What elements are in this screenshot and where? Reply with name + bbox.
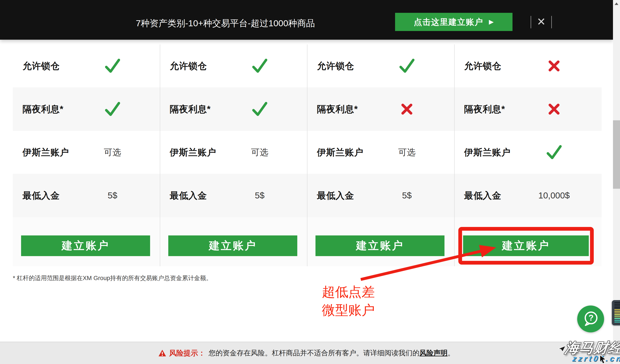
feature-cell: 最低入金 10,000$: [454, 174, 602, 217]
feature-cell: 隔夜利息*: [454, 88, 602, 131]
feature-label: 允许锁仓: [464, 60, 501, 72]
feature-label: 隔夜利息*: [23, 103, 63, 115]
feature-label: 允许锁仓: [317, 60, 354, 72]
header-cta-label: 点击这里建立账户: [414, 16, 483, 28]
open-account-button-2[interactable]: 建立账户: [168, 235, 297, 256]
annotation-line1: 超低点差: [322, 283, 375, 301]
feature-cell: 允许锁仓: [13, 45, 160, 88]
feature-label: 最低入金: [464, 190, 501, 202]
feature-cell: 最低入金 5$: [13, 174, 160, 217]
leverage-footnote: * 杠杆的适用范围是根据在XM Group持有的所有交易账户总资金累计金额。: [13, 274, 212, 282]
cross-icon: [547, 102, 561, 116]
feature-value: 可选: [251, 147, 268, 158]
check-icon: [104, 101, 121, 117]
mouse-cursor: [599, 355, 608, 364]
feature-cell: 隔夜利息*: [13, 88, 160, 131]
feature-cell: 允许锁仓: [307, 45, 454, 88]
watermark-logo-meter: [612, 300, 620, 325]
scroll-up-arrow[interactable]: [615, 2, 618, 5]
annotation-text: 超低点差 微型账户: [322, 283, 375, 319]
feature-label: 最低入金: [170, 190, 207, 202]
feature-cell: 允许锁仓: [160, 45, 307, 88]
check-icon: [545, 144, 563, 160]
meter-stripes-green: [614, 315, 620, 318]
warning-triangle-icon: [158, 349, 166, 357]
risk-warning-bar: 风险提示： 您的资金存在风险。杠杆商品并不适合所有客户。请详细阅读我们的 风险声…: [0, 342, 613, 364]
top-banner: 7种资产类别-10+种交易平台-超过1000种商品 点击这里建立账户 ▶ ✕: [0, 0, 613, 40]
cta-arrow-icon: ▶: [489, 19, 494, 25]
feature-value: [104, 101, 121, 117]
meter-stripes-yellow: [614, 309, 620, 315]
separator-line: [531, 16, 531, 28]
open-account-button-3[interactable]: 建立账户: [315, 235, 445, 256]
risk-suffix: 。: [448, 348, 455, 358]
feature-cell: 最低入金 5$: [307, 174, 454, 217]
feature-value: [251, 101, 269, 117]
feature-cell: 允许锁仓: [454, 45, 602, 88]
feature-value: 5$: [402, 191, 412, 200]
feature-value: 可选: [398, 147, 416, 158]
check-icon: [398, 58, 416, 74]
feature-value: [547, 102, 561, 116]
cross-icon: [547, 59, 561, 73]
scrollbar-thumb[interactable]: [613, 120, 620, 189]
risk-statement-link[interactable]: 风险声明: [419, 348, 448, 358]
open-account-button-1[interactable]: 建立账户: [21, 235, 150, 256]
feature-label: 允许锁仓: [23, 60, 60, 72]
risk-body-text: 您的资金存在风险。杠杆商品并不适合所有客户。请详细阅读我们的: [209, 348, 419, 358]
feature-value: 10,000$: [538, 191, 570, 200]
close-icon: ✕: [537, 16, 546, 28]
feature-label: 隔夜利息*: [170, 103, 211, 115]
feature-label: 隔夜利息*: [464, 103, 505, 115]
annotation-line2: 微型账户: [322, 301, 375, 319]
feature-value: [545, 144, 563, 160]
feature-label: 最低入金: [23, 190, 60, 202]
watermark-plane-icon: [558, 346, 566, 352]
feature-value: [251, 58, 269, 74]
check-icon: [251, 101, 269, 117]
cross-icon: [400, 102, 414, 116]
separator-line: [551, 16, 552, 28]
feature-value: [104, 58, 121, 74]
feature-value: [400, 102, 414, 116]
help-chat-button[interactable]: ?: [577, 305, 604, 332]
feature-cell: 伊斯兰账户: [454, 131, 602, 174]
feature-label: 伊斯兰账户: [464, 146, 511, 159]
open-account-button-4[interactable]: 建立账户: [463, 235, 589, 256]
feature-cell: 伊斯兰账户 可选: [160, 131, 307, 174]
feature-label: 伊斯兰账户: [170, 146, 216, 159]
feature-cell: 伊斯兰账户 可选: [307, 131, 454, 174]
feature-value: [398, 58, 416, 74]
meter-stripes-dark: [614, 302, 620, 309]
feature-value: 可选: [104, 147, 121, 158]
feature-cell: 最低入金 5$: [160, 174, 307, 217]
risk-label: 风险提示：: [169, 348, 205, 358]
feature-label: 允许锁仓: [170, 60, 207, 72]
banner-tagline: 7种资产类别-10+种交易平台-超过1000种商品: [136, 17, 303, 29]
feature-cell: 伊斯兰账户 可选: [13, 131, 160, 174]
feature-cell: 隔夜利息*: [160, 88, 307, 131]
check-icon: [251, 58, 269, 74]
feature-value: 5$: [108, 191, 117, 200]
help-chat-icon: ?: [582, 310, 599, 328]
feature-label: 最低入金: [317, 190, 354, 202]
meter-stripes-teal: [614, 318, 620, 323]
feature-value: [547, 59, 561, 73]
close-button[interactable]: ✕: [533, 14, 549, 29]
check-icon: [104, 58, 121, 74]
feature-label: 隔夜利息*: [317, 103, 358, 115]
feature-label: 伊斯兰账户: [317, 146, 363, 159]
feature-cell: 隔夜利息*: [307, 88, 454, 131]
header-cta-button[interactable]: 点击这里建立账户 ▶: [395, 13, 512, 31]
svg-text:?: ?: [589, 313, 593, 322]
feature-label: 伊斯兰账户: [23, 146, 69, 159]
feature-value: 5$: [255, 191, 265, 200]
page: 7种资产类别-10+种交易平台-超过1000种商品 点击这里建立账户 ▶ ✕ 允…: [0, 0, 620, 364]
